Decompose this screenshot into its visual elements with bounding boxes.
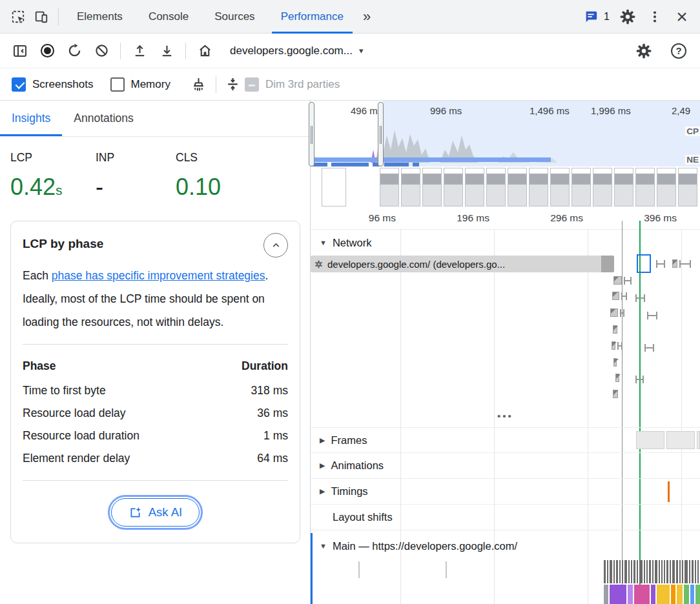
flame-category-strip[interactable] — [671, 585, 675, 604]
network-request-whisker[interactable] — [635, 376, 644, 383]
page-selector-dropdown[interactable]: developers.google.com... ▾ — [230, 45, 363, 57]
network-request-bar[interactable] — [613, 358, 617, 367]
metric-inp[interactable]: INP - — [96, 151, 114, 201]
network-request-whisker[interactable] — [624, 277, 632, 285]
layout-shifts-track-header[interactable]: Layout shifts — [311, 505, 700, 530]
screenshot-thumb[interactable] — [571, 168, 591, 206]
improvement-strategies-link[interactable]: phase has specific improvement strategie… — [52, 269, 265, 282]
network-request-bar[interactable] — [613, 325, 617, 334]
network-request-bar[interactable] — [615, 374, 619, 382]
help-button[interactable]: ? — [665, 37, 692, 65]
screenshot-thumb-blank[interactable] — [322, 168, 346, 206]
network-track-header[interactable]: ▼ Network — [311, 232, 700, 253]
ask-ai-button[interactable]: Ask AI — [111, 498, 200, 527]
network-request-bar[interactable] — [610, 308, 618, 317]
collapse-tracks-button[interactable] — [221, 73, 245, 96]
screenshot-thumb[interactable] — [635, 168, 655, 206]
live-metrics-button[interactable] — [191, 37, 218, 65]
screenshot-thumb[interactable] — [678, 168, 697, 206]
screenshot-thumb[interactable] — [486, 168, 506, 206]
tab-performance[interactable]: Performance — [268, 0, 356, 34]
flame-category-strip[interactable] — [677, 585, 683, 604]
flame-activity-stripe — [610, 560, 612, 583]
tab-sources[interactable]: Sources — [201, 0, 267, 34]
flame-category-strip[interactable] — [610, 585, 626, 604]
frame-thumbnail[interactable] — [697, 431, 700, 449]
network-request-whisker[interactable] — [647, 312, 657, 319]
flame-category-strip[interactable] — [657, 585, 670, 604]
network-request-bar[interactable] — [613, 276, 622, 285]
timing-event-tick[interactable] — [668, 481, 670, 502]
screenshot-thumb[interactable] — [550, 168, 570, 206]
flame-category-strip[interactable] — [604, 585, 608, 604]
load-profile-button[interactable] — [126, 37, 153, 65]
flame-category-strip[interactable] — [695, 585, 700, 604]
device-toolbar-button[interactable] — [30, 5, 53, 28]
tab-console[interactable]: Console — [136, 0, 201, 34]
collect-garbage-button[interactable] — [187, 73, 211, 96]
screenshots-checkbox[interactable] — [12, 77, 26, 92]
screenshots-label[interactable]: Screenshots — [32, 78, 94, 91]
issues-button[interactable] — [579, 5, 602, 28]
tab-elements[interactable]: Elements — [64, 0, 136, 34]
flame-category-strip[interactable] — [684, 585, 689, 604]
clear-button[interactable] — [88, 37, 115, 65]
frame-thumbnail[interactable] — [666, 431, 695, 449]
screenshot-thumb[interactable] — [401, 168, 420, 206]
network-request-whisker[interactable] — [635, 294, 645, 302]
network-request-bar[interactable] — [612, 292, 619, 300]
timeline-overview[interactable]: 496 ms 996 ms 1,496 ms 1,996 ms 2,49 CP … — [311, 101, 700, 208]
screenshot-thumb[interactable] — [422, 168, 442, 206]
network-request-whisker[interactable] — [617, 342, 623, 350]
animations-track-header[interactable]: ▶ Animations — [311, 453, 700, 479]
window-handle-left[interactable] — [309, 102, 314, 166]
tabbar-actions: 1 × — [579, 5, 694, 28]
menu-button[interactable] — [643, 5, 666, 28]
screenshot-thumb[interactable] — [593, 168, 612, 206]
screenshot-thumb[interactable] — [444, 168, 463, 206]
network-request-bar[interactable] — [672, 259, 677, 268]
network-request-whisker[interactable] — [679, 260, 691, 268]
more-tabs-button[interactable]: » — [356, 8, 377, 25]
screenshot-thumb[interactable] — [614, 168, 633, 206]
tab-annotations[interactable]: Annotations — [62, 101, 145, 136]
screenshot-thumb[interactable] — [380, 168, 399, 206]
screenshot-thumb[interactable] — [529, 168, 548, 206]
network-request-whisker[interactable] — [620, 309, 624, 317]
flame-category-strip[interactable] — [634, 585, 650, 604]
frame-thumbnail[interactable] — [636, 431, 664, 449]
performance-toolbar: developers.google.com... ▾ ? — [0, 34, 700, 68]
network-request-bar[interactable] — [612, 341, 615, 350]
flame-category-strip[interactable] — [690, 585, 694, 604]
window-handle-right[interactable] — [378, 102, 384, 166]
record-and-reload-button[interactable] — [61, 37, 88, 65]
capture-settings-button[interactable] — [630, 37, 657, 65]
settings-button[interactable] — [616, 5, 639, 28]
memory-label[interactable]: Memory — [131, 78, 170, 91]
memory-checkbox[interactable] — [110, 77, 125, 92]
timings-track-header[interactable]: ▶ Timings — [311, 479, 700, 505]
main-document-request[interactable]: developers.google.com/ (developers.go... — [311, 256, 614, 272]
screenshot-thumb[interactable] — [657, 168, 676, 206]
screenshot-thumb[interactable] — [508, 168, 527, 206]
toggle-sidebar-button[interactable] — [6, 37, 34, 65]
sidebar-tabs: Insights Annotations — [0, 101, 310, 137]
network-request-whisker[interactable] — [656, 260, 665, 268]
inspect-element-button[interactable] — [6, 5, 30, 28]
main-thread-track-header[interactable]: ▼ Main — https://developers.google.com/ — [311, 533, 700, 559]
screenshot-thumb[interactable] — [465, 168, 484, 206]
collapse-card-button[interactable] — [263, 233, 288, 257]
network-request-bar[interactable] — [613, 390, 618, 398]
track-resize-handle[interactable]: ••• — [311, 410, 700, 421]
flame-category-strip[interactable] — [651, 585, 655, 604]
tab-insights[interactable]: Insights — [0, 101, 62, 136]
record-button[interactable] — [34, 37, 61, 65]
metric-cls[interactable]: CLS 0.10 — [176, 151, 221, 201]
network-request-whisker[interactable] — [621, 292, 627, 300]
network-request-whisker[interactable] — [644, 344, 654, 352]
flame-category-strip[interactable] — [628, 585, 633, 604]
main-flame-activity[interactable] — [604, 560, 700, 583]
close-devtools-button[interactable]: × — [670, 5, 694, 28]
metric-lcp[interactable]: LCP 0.42s — [10, 151, 63, 201]
save-profile-button[interactable] — [153, 37, 180, 65]
